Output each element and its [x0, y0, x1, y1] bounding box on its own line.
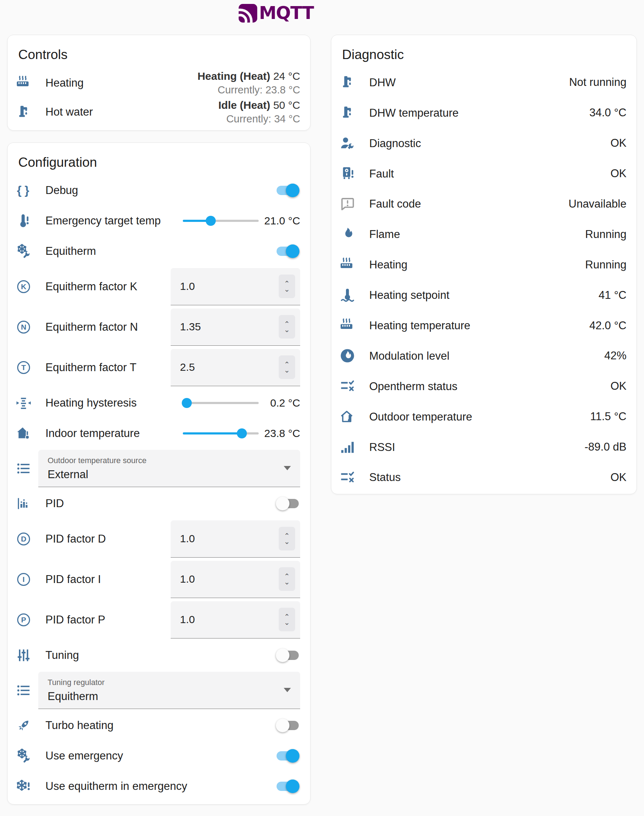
number-stepper[interactable]: ⌃⌄ [279, 315, 295, 339]
tuning-toggle[interactable] [276, 648, 299, 663]
diag-row-opentherm-status[interactable]: Opentherm status OK [331, 371, 636, 402]
configuration-card: Configuration { } Debug Emergency target… [7, 143, 311, 805]
water-pump-icon [339, 74, 356, 90]
number-value: 1.0 [180, 532, 195, 545]
number-stepper[interactable]: ⌃⌄ [279, 355, 295, 379]
equitherm-toggle[interactable] [276, 244, 299, 258]
select-label: Outdoor temperature source [48, 456, 279, 465]
diag-row-value: OK [610, 380, 627, 393]
diag-row-heating[interactable]: Heating Running [331, 250, 636, 280]
config-row-label: Equitherm factor N [46, 320, 171, 334]
diag-row-diagnostic[interactable]: Diagnostic OK [331, 128, 636, 158]
climate-state-name: Heating (Heat) [198, 70, 270, 82]
control-row-hot-water[interactable]: Hot water Idle (Heat) 50 °C Currently: 3… [8, 99, 310, 130]
diag-row-status[interactable]: Status OK [331, 462, 636, 493]
diag-row-label: Opentherm status [369, 380, 606, 393]
code-braces-icon: { } [15, 182, 32, 199]
climate-state-value: 50 °C [273, 99, 300, 111]
pid-toggle[interactable] [276, 496, 299, 511]
water-pump-icon [339, 104, 356, 121]
signal-icon [339, 439, 356, 455]
controls-card: Controls Heating Heating (Heat) 24 °C Cu… [7, 35, 311, 130]
diag-row-value: OK [610, 471, 627, 484]
slider-knob[interactable] [237, 428, 247, 439]
rocket-icon [15, 717, 32, 734]
diag-row-flame[interactable]: Flame Running [331, 219, 636, 250]
config-row-pid-factor-p: P PID factor P 1.0⌃⌄ [8, 600, 310, 640]
alpha-p-circle-icon: P [15, 612, 32, 628]
diag-row-value: 11.5 °C [590, 410, 627, 423]
debug-toggle[interactable] [276, 183, 299, 198]
slider-knob[interactable] [182, 398, 192, 408]
number-stepper[interactable]: ⌃⌄ [279, 275, 295, 298]
climate-state[interactable]: Idle (Heat) 50 °C Currently: 34 °C [218, 99, 300, 125]
diag-row-value: 41 °C [598, 289, 627, 302]
mqtt-logo: MQTT [238, 3, 313, 23]
list-status-icon [339, 378, 356, 394]
snowflake-alert-icon [15, 778, 32, 795]
equitherm-factor-n-input[interactable]: 1.35⌃⌄ [171, 308, 300, 346]
diag-row-value: 42% [604, 349, 627, 362]
alpha-t-circle-icon: T [15, 359, 32, 376]
slider-knob[interactable] [206, 216, 216, 226]
climate-state-value: 24 °C [273, 70, 300, 82]
list-icon [15, 682, 32, 699]
radiator-icon [339, 257, 356, 273]
dropdown-caret-icon [284, 466, 291, 470]
slider-value: 21.0 °C [262, 214, 300, 228]
equitherm-factor-k-input[interactable]: 1.0⌃⌄ [171, 268, 300, 305]
diag-row-heating-setpoint[interactable]: Heating setpoint 41 °C [331, 280, 636, 310]
mqtt-logo-icon [238, 3, 258, 23]
slider-value: 0.2 °C [262, 396, 300, 410]
chart-icon [15, 495, 32, 512]
config-row-label: Equitherm factor T [46, 361, 171, 374]
use-equitherm-in-emergency-toggle[interactable] [276, 779, 299, 793]
water-pump-icon [15, 104, 32, 120]
diag-row-value: Not running [569, 76, 627, 89]
config-row-use-equitherm-in-emergency: Use equitherm in emergency [8, 771, 310, 801]
config-row-label: Equitherm [46, 244, 276, 258]
config-row-equitherm: Equitherm [8, 236, 310, 266]
number-stepper[interactable]: ⌃⌄ [279, 527, 295, 551]
diag-row-modulation-level[interactable]: Modulation level 42% [331, 341, 636, 371]
diag-row-heating-temperature[interactable]: Heating temperature 42.0 °C [331, 310, 636, 341]
diag-row-label: Heating setpoint [369, 288, 594, 302]
diag-row-value: Unavailable [569, 198, 627, 210]
outdoor-temperature-source-select[interactable]: Outdoor temperature source External [38, 450, 300, 487]
diag-row-label: Fault code [369, 197, 564, 210]
equitherm-factor-t-input[interactable]: 2.5⌃⌄ [171, 349, 300, 386]
config-row-label: Turbo heating [46, 719, 276, 732]
circle-fire-icon [339, 348, 356, 364]
diag-row-label: Heating [369, 258, 581, 271]
pid-factor-p-input[interactable]: 1.0⌃⌄ [171, 601, 300, 638]
diag-row-dhw-temperature[interactable]: DHW temperature 34.0 °C [331, 98, 636, 128]
alpha-n-circle-icon: N [15, 319, 32, 335]
number-stepper[interactable]: ⌃⌄ [279, 608, 295, 631]
pid-factor-i-input[interactable]: 1.0⌃⌄ [171, 561, 300, 598]
control-row-heating[interactable]: Heating Heating (Heat) 24 °C Currently: … [8, 67, 310, 99]
number-stepper[interactable]: ⌃⌄ [279, 567, 295, 591]
control-row-label: Hot water [46, 105, 218, 118]
diag-row-outdoor-temperature[interactable]: Outdoor temperature 11.5 °C [331, 402, 636, 432]
diag-row-dhw[interactable]: DHW Not running [331, 67, 636, 98]
emergency-target-temp-slider[interactable] [183, 215, 259, 226]
turbo-heating-toggle[interactable] [276, 718, 299, 733]
indoor-temperature-slider[interactable] [183, 428, 259, 439]
number-value: 1.35 [180, 321, 201, 333]
use-emergency-toggle[interactable] [276, 749, 299, 763]
config-row-label: PID factor P [46, 613, 171, 626]
config-row-emergency-target-temp: Emergency target temp 21.0 °C [8, 206, 310, 236]
tuning-regulator-select[interactable]: Tuning regulator Equitherm [38, 672, 300, 709]
pid-factor-d-input[interactable]: 1.0⌃⌄ [171, 520, 300, 558]
fire-icon [339, 226, 356, 243]
thermometer-water-icon [339, 287, 356, 304]
heating-hysteresis-slider[interactable] [183, 397, 259, 408]
climate-current-temp: Currently: 23.8 °C [198, 84, 300, 96]
climate-state[interactable]: Heating (Heat) 24 °C Currently: 23.8 °C [198, 70, 300, 96]
alpha-d-circle-icon: D [15, 531, 32, 547]
diag-row-rssi[interactable]: RSSI -89.0 dB [331, 432, 636, 462]
diag-row-fault[interactable]: Fault OK [331, 158, 636, 189]
config-row-indoor-temperature: Indoor temperature 23.8 °C [8, 418, 310, 448]
config-row-label: Indoor temperature [46, 426, 180, 440]
diag-row-fault-code[interactable]: Fault code Unavailable [331, 189, 636, 219]
